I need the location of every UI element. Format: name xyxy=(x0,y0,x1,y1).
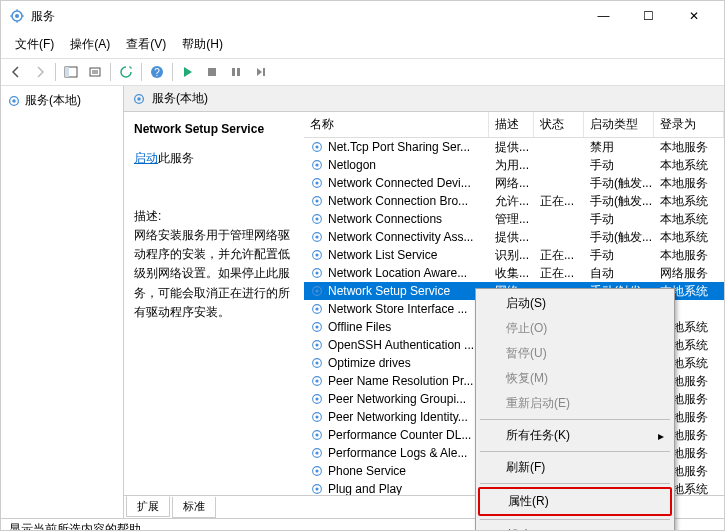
service-row[interactable]: Network Connected Devi...网络...手动(触发...本地… xyxy=(304,174,724,192)
close-button[interactable]: ✕ xyxy=(671,1,716,31)
menu-file[interactable]: 文件(F) xyxy=(7,33,62,56)
service-name: Netlogon xyxy=(328,158,376,172)
service-logon: 网络服务 xyxy=(654,265,724,282)
service-logon: 本地服务 xyxy=(654,139,724,156)
submenu-arrow-icon: ▸ xyxy=(658,429,664,443)
col-start[interactable]: 启动类型 xyxy=(584,112,654,137)
ctx-properties[interactable]: 属性(R) xyxy=(478,487,672,516)
svg-point-20 xyxy=(315,181,318,184)
menu-view[interactable]: 查看(V) xyxy=(118,33,174,56)
service-status: 正在... xyxy=(534,265,584,282)
service-icon xyxy=(310,428,324,442)
stop-service-button[interactable] xyxy=(201,61,223,83)
svg-point-34 xyxy=(315,307,318,310)
service-name: Network Connections xyxy=(328,212,442,226)
services-icon xyxy=(9,8,25,24)
service-icon xyxy=(310,446,324,460)
tree-root-services[interactable]: 服务(本地) xyxy=(5,90,119,111)
column-headers[interactable]: 名称 描述 状态 启动类型 登录为 xyxy=(304,112,724,138)
tab-extended[interactable]: 扩展 xyxy=(126,496,170,517)
service-name: Peer Name Resolution Pr... xyxy=(328,374,473,388)
service-name: Peer Networking Groupi... xyxy=(328,392,466,406)
ctx-refresh[interactable]: 刷新(F) xyxy=(478,455,672,480)
ctx-help[interactable]: 帮助(H) xyxy=(478,523,672,531)
service-logon: 本地服务 xyxy=(654,175,724,192)
service-icon xyxy=(310,266,324,280)
menu-action[interactable]: 操作(A) xyxy=(62,33,118,56)
start-service-button[interactable] xyxy=(177,61,199,83)
pause-service-button[interactable] xyxy=(225,61,247,83)
context-menu[interactable]: 启动(S) 停止(O) 暂停(U) 恢复(M) 重新启动(E) 所有任务(K)▸… xyxy=(475,288,675,531)
export-button[interactable] xyxy=(84,61,106,83)
col-desc[interactable]: 描述 xyxy=(489,112,534,137)
service-name: Network Location Aware... xyxy=(328,266,467,280)
forward-button[interactable] xyxy=(29,61,51,83)
col-status[interactable]: 状态 xyxy=(534,112,584,137)
refresh-button[interactable] xyxy=(115,61,137,83)
back-button[interactable] xyxy=(5,61,27,83)
service-row[interactable]: Network Connectivity Ass...提供...手动(触发...… xyxy=(304,228,724,246)
svg-point-18 xyxy=(315,163,318,166)
help-icon: ? xyxy=(150,65,164,79)
show-hide-button[interactable] xyxy=(60,61,82,83)
service-row[interactable]: Network List Service识别...正在...手动本地服务 xyxy=(304,246,724,264)
svg-rect-9 xyxy=(237,68,240,76)
svg-point-16 xyxy=(315,145,318,148)
service-row[interactable]: Network Connections管理...手动本地系统 xyxy=(304,210,724,228)
service-row[interactable]: Network Connection Bro...允许...正在...手动(触发… xyxy=(304,192,724,210)
service-desc: 管理... xyxy=(489,211,534,228)
maximize-button[interactable]: ☐ xyxy=(626,1,671,31)
svg-point-22 xyxy=(315,199,318,202)
svg-point-28 xyxy=(315,253,318,256)
service-name: Peer Networking Identity... xyxy=(328,410,468,424)
service-row[interactable]: Network Location Aware...收集...正在...自动网络服… xyxy=(304,264,724,282)
refresh-icon xyxy=(119,65,133,79)
svg-point-54 xyxy=(315,487,318,490)
menubar: 文件(F) 操作(A) 查看(V) 帮助(H) xyxy=(1,31,724,58)
service-desc: 收集... xyxy=(489,265,534,282)
service-start: 手动 xyxy=(584,157,654,174)
service-status: 正在... xyxy=(534,193,584,210)
main-header: 服务(本地) xyxy=(124,86,724,112)
col-logon[interactable]: 登录为 xyxy=(654,112,724,137)
service-logon: 本地系统 xyxy=(654,157,724,174)
service-icon xyxy=(310,248,324,262)
service-logon: 本地系统 xyxy=(654,211,724,228)
service-row[interactable]: Net.Tcp Port Sharing Ser...提供...禁用本地服务 xyxy=(304,138,724,156)
service-row[interactable]: Netlogon为用...手动本地系统 xyxy=(304,156,724,174)
forward-icon xyxy=(33,65,47,79)
service-name: Network Setup Service xyxy=(328,284,450,298)
restart-service-button[interactable] xyxy=(249,61,271,83)
minimize-button[interactable]: — xyxy=(581,1,626,31)
detail-pane: Network Setup Service 启动此服务 描述: 网络安装服务用于… xyxy=(124,112,304,495)
svg-point-14 xyxy=(137,97,141,101)
menu-help[interactable]: 帮助(H) xyxy=(174,33,231,56)
titlebar[interactable]: 服务 — ☐ ✕ xyxy=(1,1,724,31)
ctx-start[interactable]: 启动(S) xyxy=(478,291,672,316)
svg-point-48 xyxy=(315,433,318,436)
service-icon xyxy=(310,356,324,370)
service-start: 手动(触发... xyxy=(584,193,654,210)
service-desc: 网络... xyxy=(489,175,534,192)
help-button[interactable]: ? xyxy=(146,61,168,83)
service-name: Network Connectivity Ass... xyxy=(328,230,473,244)
service-name: OpenSSH Authentication ... xyxy=(328,338,474,352)
svg-point-38 xyxy=(315,343,318,346)
service-icon xyxy=(310,482,324,495)
col-name[interactable]: 名称 xyxy=(304,112,489,137)
console-tree[interactable]: 服务(本地) xyxy=(1,86,124,518)
svg-rect-3 xyxy=(65,67,69,77)
service-icon xyxy=(310,374,324,388)
start-link[interactable]: 启动 xyxy=(134,151,158,165)
service-icon xyxy=(310,392,324,406)
selected-service-name: Network Setup Service xyxy=(134,120,294,139)
service-icon xyxy=(310,284,324,298)
ctx-alltasks[interactable]: 所有任务(K)▸ xyxy=(478,423,672,448)
tab-standard[interactable]: 标准 xyxy=(172,497,216,518)
svg-point-50 xyxy=(315,451,318,454)
service-start: 自动 xyxy=(584,265,654,282)
service-name: Network List Service xyxy=(328,248,437,262)
service-start: 手动(触发... xyxy=(584,175,654,192)
service-desc: 识别... xyxy=(489,247,534,264)
svg-point-26 xyxy=(315,235,318,238)
